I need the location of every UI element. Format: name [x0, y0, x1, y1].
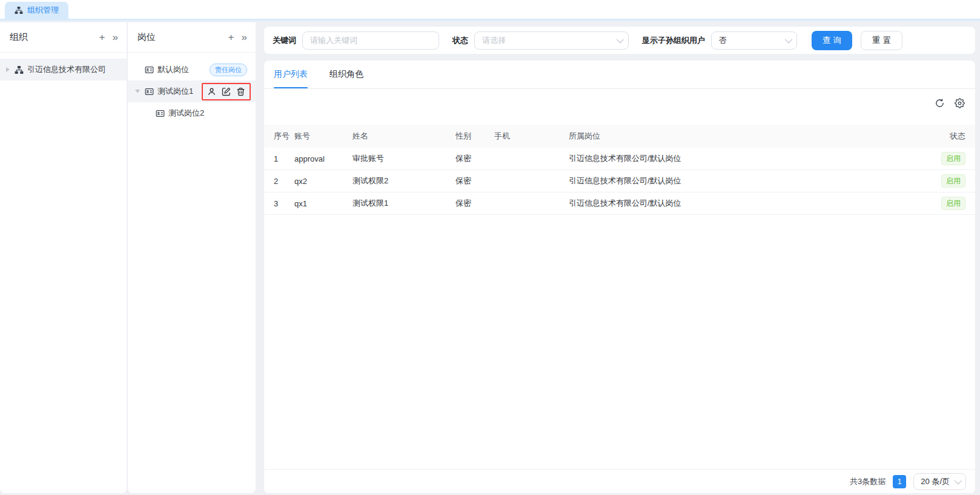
cell-position: 引迈信息技术有限公司/默认岗位 [569, 153, 921, 164]
cell-position: 引迈信息技术有限公司/默认岗位 [569, 198, 921, 209]
position-node-default[interactable]: 默认岗位 责任岗位 [128, 59, 256, 80]
table-row[interactable]: 2 qx2 测试权限2 保密 引迈信息技术有限公司/默认岗位 启用 [264, 170, 975, 192]
position-node-label: 测试岗位1 [157, 86, 193, 97]
status-label: 状态 [452, 35, 468, 46]
position-panel: 岗位 + » 默认岗位 责任岗位 [128, 22, 256, 493]
cell-name: 测试权限1 [353, 198, 455, 209]
descendant-users-value: 否 [719, 35, 780, 46]
page-size-select[interactable]: 20 条/页 [913, 473, 966, 490]
keyword-label: 关键词 [273, 35, 296, 46]
status-select[interactable]: 请选择 [474, 31, 629, 50]
cell-account: qx1 [294, 199, 353, 208]
tab-label: 组织管理 [27, 5, 59, 16]
id-card-icon [145, 65, 154, 74]
cell-index: 1 [274, 154, 294, 163]
table-row[interactable]: 3 qx1 测试权限1 保密 引迈信息技术有限公司/默认岗位 启用 [264, 192, 975, 215]
add-position-icon[interactable]: + [228, 32, 234, 42]
position-node-test1[interactable]: 测试岗位1 [128, 80, 256, 102]
cell-index: 3 [274, 199, 294, 208]
position-node-label: 测试岗位2 [168, 108, 204, 119]
chevron-down-icon [785, 36, 793, 44]
table-header-row: 序号 账号 姓名 性别 手机 所属岗位 状态 [264, 125, 975, 148]
descendant-users-label: 显示子孙组织用户 [642, 35, 705, 46]
col-phone: 手机 [494, 131, 569, 142]
table-toolbar [264, 89, 975, 117]
col-status: 状态 [921, 131, 965, 142]
col-gender: 性别 [455, 131, 494, 142]
position-panel-title: 岗位 [137, 31, 221, 43]
cell-gender: 保密 [455, 175, 494, 186]
cell-gender: 保密 [455, 153, 494, 164]
table-body: 1 approval 审批账号 保密 引迈信息技术有限公司/默认岗位 启用 2 … [264, 148, 975, 215]
add-organization-icon[interactable]: + [99, 32, 105, 42]
responsible-position-badge: 责任岗位 [210, 64, 247, 76]
company-icon [15, 65, 24, 74]
page-size-value: 20 条/页 [921, 476, 950, 487]
search-button[interactable]: 查询 [812, 31, 852, 50]
org-node-label: 引迈信息技术有限公司 [27, 64, 106, 75]
status-select-placeholder: 请选择 [482, 35, 612, 46]
collapse-caret-icon[interactable] [135, 90, 140, 93]
expand-caret-icon[interactable] [6, 67, 10, 72]
status-enabled-badge: 启用 [941, 174, 965, 188]
tab-user-list[interactable]: 用户列表 [274, 61, 308, 88]
member-user-icon[interactable] [207, 87, 216, 96]
user-table: 序号 账号 姓名 性别 手机 所属岗位 状态 1 approval 审批账号 保… [264, 125, 975, 215]
organization-panel-header: 组织 + » [0, 22, 127, 53]
col-name: 姓名 [353, 131, 455, 142]
page-number-button[interactable]: 1 [893, 475, 906, 488]
edit-icon[interactable] [222, 87, 231, 96]
descendant-users-select[interactable]: 否 [711, 31, 797, 50]
position-tree: 默认岗位 责任岗位 测试岗位1 [128, 53, 256, 124]
col-index: 序号 [274, 131, 294, 142]
cell-account: qx2 [294, 177, 353, 186]
refresh-icon[interactable] [935, 98, 945, 108]
position-node-test2[interactable]: 测试岗位2 [128, 102, 256, 124]
cell-position: 引迈信息技术有限公司/默认岗位 [569, 175, 921, 186]
table-row[interactable]: 1 approval 审批账号 保密 引迈信息技术有限公司/默认岗位 启用 [264, 148, 975, 170]
window-tab-bar: 组织管理 [0, 0, 980, 21]
settings-gear-icon[interactable] [955, 98, 965, 108]
position-actions-highlight-box [202, 83, 251, 100]
reset-button[interactable]: 重置 [861, 31, 902, 50]
chevron-down-icon [955, 477, 962, 485]
collapse-panel-icon[interactable]: » [242, 32, 247, 42]
position-panel-header: 岗位 + » [128, 22, 256, 53]
org-chart-icon [15, 6, 23, 15]
keyword-input[interactable] [302, 31, 439, 50]
cell-name: 审批账号 [353, 153, 455, 164]
status-enabled-badge: 启用 [941, 152, 965, 165]
tab-org-management[interactable]: 组织管理 [5, 2, 68, 19]
chevron-down-icon [617, 36, 624, 44]
cell-account: approval [294, 154, 353, 163]
organization-tree: 引迈信息技术有限公司 [0, 53, 127, 80]
status-enabled-badge: 启用 [941, 197, 965, 210]
cell-name: 测试权限2 [353, 175, 455, 186]
id-card-icon [145, 87, 154, 96]
cell-gender: 保密 [455, 198, 494, 209]
tab-org-role[interactable]: 组织角色 [329, 61, 363, 88]
filter-bar: 关键词 状态 请选择 显示子孙组织用户 否 查询 重置 [264, 27, 975, 54]
organization-panel-title: 组织 [10, 31, 92, 43]
position-node-label: 默认岗位 [157, 64, 189, 75]
cell-status: 启用 [921, 174, 965, 188]
org-tree-node-company[interactable]: 引迈信息技术有限公司 [0, 59, 127, 80]
cell-status: 启用 [921, 197, 965, 210]
cell-index: 2 [274, 177, 294, 186]
total-count-text: 共3条数据 [850, 476, 886, 487]
id-card-icon [156, 109, 165, 118]
delete-trash-icon[interactable] [236, 87, 245, 96]
col-account: 账号 [294, 131, 353, 142]
col-position: 所属岗位 [569, 131, 921, 142]
content-tabs: 用户列表 组织角色 [264, 61, 975, 89]
organization-panel: 组织 + » 引迈信息技术有限公司 [0, 22, 127, 493]
pagination-bar: 共3条数据 1 20 条/页 [264, 469, 975, 493]
cell-status: 启用 [921, 152, 965, 165]
collapse-panel-icon[interactable]: » [113, 32, 118, 42]
content-card: 用户列表 组织角色 序号 账号 姓名 性别 手机 所属岗位 状态 [264, 61, 975, 493]
